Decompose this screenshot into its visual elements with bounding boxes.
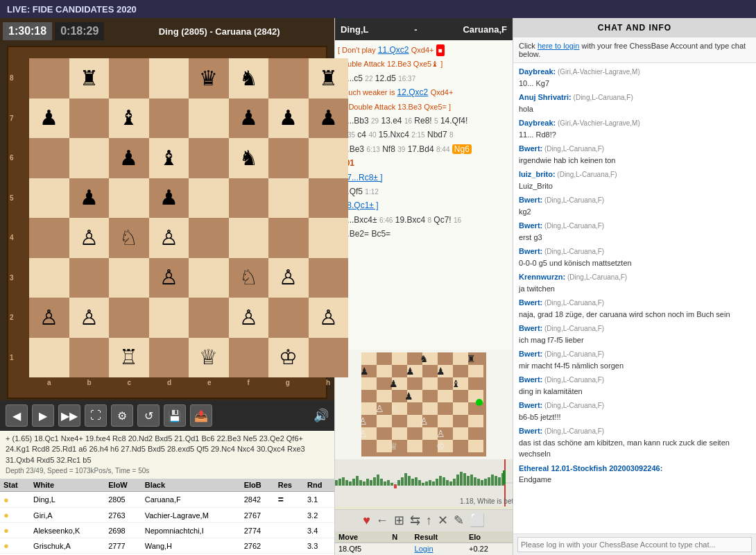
eraser-icon[interactable]: ⬜ [470, 513, 485, 528]
square-a1[interactable] [29, 338, 69, 378]
table-row[interactable]: ● Grischuk,A 2777 Wang,H 2762 3.3 [0, 538, 334, 554]
square-b3[interactable] [69, 258, 110, 298]
square-f1[interactable] [229, 338, 269, 378]
move-link-qxc2[interactable]: 11.Qxc2 [378, 45, 409, 55]
square-b8[interactable]: ♜ [69, 58, 110, 99]
square-a3[interactable] [29, 258, 69, 298]
square-h7[interactable]: ♟ [309, 99, 349, 139]
square-h4[interactable] [309, 218, 349, 258]
square-g2[interactable] [268, 298, 309, 338]
square-d6[interactable]: ♝ [149, 138, 189, 178]
square-d5[interactable]: ♟ [149, 178, 189, 219]
square-h1[interactable] [309, 338, 349, 378]
square-a7[interactable]: ♟ [29, 99, 69, 139]
heart-icon[interactable]: ♥ [363, 513, 370, 528]
forward-button[interactable]: ▶ [32, 404, 54, 427]
square-c8[interactable] [109, 58, 149, 99]
square-h2[interactable]: ♙ [309, 298, 349, 338]
square-b4[interactable]: ♙ [69, 218, 110, 258]
square-f5[interactable] [229, 178, 269, 219]
square-a5[interactable] [29, 178, 69, 219]
square-d4[interactable]: ♙ [149, 218, 189, 258]
chat-username[interactable]: Bwert: [519, 196, 542, 204]
move-link-qxc2-2[interactable]: 12.Qxc2 [397, 87, 429, 97]
chat-username[interactable]: Bwert: [519, 144, 542, 153]
square-e2[interactable] [189, 298, 229, 338]
square-c1[interactable]: ♖ [109, 338, 149, 378]
chat-username[interactable]: Bwert: [519, 247, 542, 255]
square-a8[interactable] [29, 58, 69, 99]
square-g6[interactable] [268, 138, 309, 178]
login-link[interactable]: here to login [538, 42, 580, 50]
square-b5[interactable]: ♟ [69, 178, 110, 219]
chat-username[interactable]: Bwert: [519, 298, 542, 307]
back-button[interactable]: ◀ [6, 404, 28, 427]
chat-username[interactable]: Bwert: [519, 427, 542, 435]
chess-board[interactable]: ♜ ♛ ♞ ♜ ♟ ♝ ♟ ♟ ♟ ♟ ♝ [29, 58, 348, 377]
settings-button[interactable]: ⚙ [111, 404, 133, 427]
square-h6[interactable] [309, 138, 349, 178]
chat-username[interactable]: Daybreak: [519, 67, 556, 76]
chat-username[interactable]: Bwert: [519, 221, 542, 230]
square-f3[interactable]: ♘ [229, 258, 269, 298]
square-f4[interactable] [229, 218, 269, 258]
square-c7[interactable]: ♝ [109, 99, 149, 139]
fullscreen-button[interactable]: ⛶ [85, 404, 107, 427]
square-e4[interactable] [189, 218, 229, 258]
square-a2[interactable]: ♙ [29, 298, 69, 338]
square-d2[interactable] [149, 298, 189, 338]
chat-input[interactable] [517, 537, 752, 552]
chat-username[interactable]: luiz_brito: [519, 170, 556, 178]
square-g5[interactable] [268, 178, 309, 219]
square-e3[interactable] [189, 258, 229, 298]
square-b2[interactable]: ♙ [69, 298, 110, 338]
square-b6[interactable] [69, 138, 110, 178]
square-f8[interactable]: ♞ [229, 58, 269, 99]
square-g1[interactable]: ♔ [268, 338, 309, 378]
square-e6[interactable] [189, 138, 229, 178]
chat-username[interactable]: Anuj Shrivatri: [519, 93, 572, 101]
square-d1[interactable] [149, 338, 189, 378]
square-b1[interactable] [69, 338, 110, 378]
square-f6[interactable]: ♞ [229, 138, 269, 178]
square-h3[interactable] [309, 258, 349, 298]
save-button[interactable]: 💾 [164, 404, 186, 427]
square-g3[interactable]: ♙ [268, 258, 309, 298]
square-e7[interactable] [189, 99, 229, 139]
square-c6[interactable]: ♟ [109, 138, 149, 178]
square-g8[interactable] [268, 58, 309, 99]
volume-icon[interactable]: 🔊 [313, 408, 329, 423]
bookmark-icon[interactable]: ⊞ [394, 513, 404, 528]
square-e8[interactable]: ♛ [189, 58, 229, 99]
table-row[interactable]: ● Ding,L 2805 Caruana,F 2842 = 3.1 [0, 492, 334, 508]
table-row[interactable]: ● Giri,A 2763 Vachier-Lagrave,M 2767 3.2 [0, 508, 334, 523]
square-e5[interactable] [189, 178, 229, 219]
pencil-icon[interactable]: ✎ [454, 513, 464, 528]
share-button[interactable]: 📤 [190, 404, 212, 427]
square-h5[interactable] [309, 178, 349, 219]
square-f7[interactable]: ♟ [229, 99, 269, 139]
square-c4[interactable]: ♘ [109, 218, 149, 258]
share-icon[interactable]: ← [376, 513, 388, 528]
square-d3[interactable]: ♙ [149, 258, 189, 298]
square-e1[interactable]: ♕ [189, 338, 229, 378]
chat-username[interactable]: Bwert: [519, 401, 542, 409]
square-c3[interactable] [109, 258, 149, 298]
square-d7[interactable] [149, 99, 189, 139]
chat-username[interactable]: Daybreak: [519, 119, 556, 127]
chat-username[interactable]: Ethereal 12.01-Stockfish 202003092246: [519, 464, 662, 472]
square-f2[interactable]: ♙ [229, 298, 269, 338]
square-c2[interactable] [109, 298, 149, 338]
chat-username[interactable]: Bwert: [519, 375, 542, 384]
chat-username[interactable]: Bwert: [519, 350, 542, 358]
fast-forward-button[interactable]: ▶▶ [58, 404, 80, 427]
login-link[interactable]: Login [415, 545, 433, 553]
square-d8[interactable] [149, 58, 189, 99]
square-g7[interactable]: ♟ [268, 99, 309, 139]
up-arrow-icon[interactable]: ↑ [426, 513, 432, 528]
square-g4[interactable] [268, 218, 309, 258]
arrows-icon[interactable]: ⇆ [410, 513, 420, 528]
square-h8[interactable]: ♜ [309, 58, 349, 99]
table-row[interactable]: ● Alekseenko,K 2698 Nepomniachtchi,I 277… [0, 523, 334, 538]
cross-icon[interactable]: ✕ [438, 513, 448, 528]
